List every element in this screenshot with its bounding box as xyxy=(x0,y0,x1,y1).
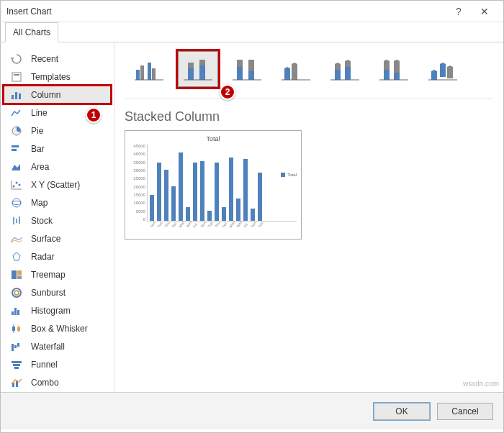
svg-point-10 xyxy=(16,181,18,183)
sidebar-item-templates[interactable]: Templates xyxy=(4,68,111,86)
svg-rect-20 xyxy=(17,275,22,279)
svg-marker-17 xyxy=(13,252,20,260)
sidebar-item-label: Surface xyxy=(31,234,60,244)
svg-rect-23 xyxy=(12,311,14,315)
chart-preview[interactable]: Total 4500040000350003000025000200001500… xyxy=(125,130,302,240)
histogram-icon xyxy=(9,304,24,317)
recent-icon xyxy=(9,53,24,65)
svg-marker-58 xyxy=(345,65,351,80)
svg-rect-40 xyxy=(148,63,151,80)
sidebar-item-label: Column xyxy=(31,90,60,100)
close-button[interactable]: ✕ xyxy=(472,6,498,17)
sidebar-item-combo[interactable]: Combo xyxy=(4,373,111,391)
svg-rect-3 xyxy=(15,92,17,99)
svg-rect-46 xyxy=(199,60,205,65)
sidebar-item-funnel[interactable]: Funnel xyxy=(4,355,111,373)
sidebar-item-column[interactable]: Column xyxy=(4,86,111,104)
sidebar-item-label: Line xyxy=(31,108,48,118)
sidebar-item-recent[interactable]: Recent xyxy=(4,50,111,68)
waterfall-icon xyxy=(9,340,24,353)
content-pane: Stacked Column Total 4500040000350003000… xyxy=(114,42,503,392)
svg-rect-39 xyxy=(140,65,144,80)
sidebar-item-label: Pie xyxy=(31,126,43,136)
sidebar-item-label: Combo xyxy=(31,378,59,388)
sidebar-item-pie[interactable]: Pie xyxy=(4,122,111,140)
sidebar-item-boxwhisker[interactable]: Box & Whisker xyxy=(4,319,111,337)
svg-rect-49 xyxy=(237,60,243,67)
svg-marker-59 xyxy=(345,60,351,67)
sidebar-item-treemap[interactable]: Treemap xyxy=(4,265,111,283)
sidebar-item-scatter[interactable]: X Y (Scatter) xyxy=(4,176,111,193)
preview-chart-area: 4500040000350003000025000200001500010000… xyxy=(130,144,297,222)
svg-marker-67 xyxy=(440,63,446,77)
cancel-button[interactable]: Cancel xyxy=(437,403,493,420)
chart-subtypes-row xyxy=(125,51,493,99)
surface-icon xyxy=(9,232,24,245)
templates-icon xyxy=(9,70,24,83)
help-button[interactable]: ? xyxy=(446,6,472,17)
svg-rect-32 xyxy=(17,343,19,347)
footer: OK Cancel xyxy=(1,392,503,429)
bar-icon xyxy=(9,142,24,155)
stock-icon xyxy=(9,214,24,227)
map-icon xyxy=(9,196,24,209)
tab-strip: All Charts xyxy=(1,22,503,42)
sidebar-item-label: Bar xyxy=(31,144,45,154)
svg-marker-53 xyxy=(284,67,290,80)
sidebar-item-area[interactable]: Area xyxy=(4,158,111,176)
sidebar-item-map[interactable]: Map xyxy=(4,193,111,211)
svg-marker-62 xyxy=(384,60,390,70)
svg-rect-24 xyxy=(14,308,17,315)
subtype-100-stacked-column[interactable] xyxy=(227,51,267,87)
svg-rect-27 xyxy=(12,327,15,331)
sidebar-item-radar[interactable]: Radar xyxy=(4,247,111,265)
main-area: Recent Templates Column Line Pie Bar Are… xyxy=(1,42,503,392)
svg-rect-41 xyxy=(152,68,156,80)
svg-rect-44 xyxy=(188,63,194,68)
sidebar-item-label: Waterfall xyxy=(31,342,65,352)
subtype-stacked-column[interactable] xyxy=(178,51,218,87)
svg-rect-6 xyxy=(12,145,19,147)
subtype-3d-clustered-column[interactable] xyxy=(276,51,316,87)
svg-point-11 xyxy=(19,183,21,186)
tab-all-charts[interactable]: All Charts xyxy=(5,22,58,42)
sidebar-item-label: Map xyxy=(31,198,48,208)
sidebar-item-histogram[interactable]: Histogram xyxy=(4,301,111,319)
line-icon xyxy=(9,106,24,119)
svg-rect-51 xyxy=(248,60,254,71)
sidebar-item-stock[interactable]: Stock xyxy=(4,211,111,229)
preview-plot xyxy=(147,144,297,222)
radar-icon xyxy=(9,250,24,263)
subtype-3d-column[interactable] xyxy=(423,51,463,87)
sidebar-item-bar[interactable]: Bar xyxy=(4,140,111,158)
svg-marker-57 xyxy=(335,63,341,70)
legend-swatch xyxy=(281,173,285,177)
sidebar-item-label: Funnel xyxy=(31,360,58,370)
subtype-3d-100-stacked-column[interactable] xyxy=(374,51,414,87)
boxwhisker-icon xyxy=(9,322,24,335)
sidebar-item-label: Templates xyxy=(31,72,71,82)
annotation-marker-2: 2 xyxy=(220,84,235,100)
svg-rect-35 xyxy=(14,367,19,369)
svg-rect-31 xyxy=(14,345,17,348)
sidebar-item-label: Box & Whisker xyxy=(31,324,88,334)
subtype-clustered-column[interactable] xyxy=(129,51,169,87)
svg-rect-34 xyxy=(13,364,20,366)
sunburst-icon xyxy=(9,286,24,299)
svg-rect-7 xyxy=(12,149,17,151)
subtype-3d-stacked-column[interactable] xyxy=(325,51,365,87)
sidebar-item-label: Sunburst xyxy=(31,288,66,298)
watermark: wsxdn.com xyxy=(463,380,499,388)
sidebar-item-label: Histogram xyxy=(31,306,71,316)
ok-button[interactable]: OK xyxy=(374,403,430,420)
sidebar-item-label: Area xyxy=(31,162,49,172)
area-icon xyxy=(9,160,24,173)
sidebar-item-waterfall[interactable]: Waterfall xyxy=(4,337,111,355)
sidebar-item-sunburst[interactable]: Sunburst xyxy=(4,283,111,301)
svg-point-9 xyxy=(13,185,15,187)
preview-title: Total xyxy=(130,135,297,142)
annotation-marker-1: 1 xyxy=(86,107,102,123)
sidebar-item-surface[interactable]: Surface xyxy=(4,229,111,247)
svg-marker-54 xyxy=(292,63,297,80)
svg-rect-4 xyxy=(19,94,21,99)
